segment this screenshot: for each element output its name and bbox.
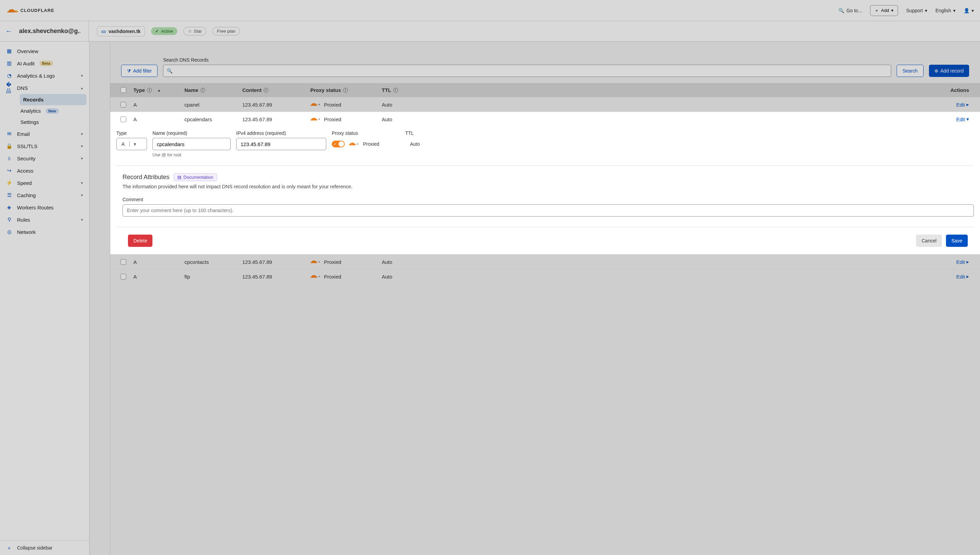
attrs-title: Record Attributes <box>123 174 169 181</box>
chevron-down-icon: ▾ <box>925 8 927 13</box>
sidebar-item-ssl[interactable]: 🔒SSL/TLS▾ <box>0 140 89 152</box>
search-input[interactable] <box>175 68 887 74</box>
search-label: Search DNS Records <box>163 57 891 63</box>
cell-content: 123.45.67.89 <box>242 116 310 122</box>
add-button[interactable]: ＋ Add ▾ <box>870 5 898 16</box>
sidebar-item-ai-audit[interactable]: ▥AI AuditBeta <box>0 57 89 69</box>
calendar-icon: ▥ <box>6 60 12 66</box>
chevron-down-icon: ▾ <box>129 141 140 147</box>
plan-chip[interactable]: Free plan <box>212 27 240 35</box>
name-label: Name (required) <box>152 130 231 136</box>
sidebar-item-security[interactable]: ◊Security▾ <box>0 152 89 164</box>
cell-name: cpanel <box>184 102 242 107</box>
comment-input[interactable] <box>123 204 974 217</box>
plus-icon: ＋ <box>874 8 879 14</box>
workers-icon: ◈ <box>6 204 12 210</box>
th-type[interactable]: Typei▲ <box>133 87 184 93</box>
cell-proxy: Proxied <box>310 274 382 279</box>
edit-link[interactable]: Edit▸ <box>429 259 969 265</box>
main-content: ⧩ Add filter Search DNS Records 🔍 Search… <box>90 42 980 555</box>
star-icon: ☆ <box>188 29 192 34</box>
name-input[interactable] <box>152 138 231 150</box>
search-input-wrap[interactable]: 🔍 <box>163 65 891 77</box>
status-badge: Active <box>151 27 177 35</box>
delete-button[interactable]: Delete <box>128 234 152 247</box>
cell-ttl: Auto <box>382 259 429 265</box>
row-checkbox[interactable] <box>120 259 126 265</box>
new-badge: New <box>46 108 59 114</box>
add-record-button[interactable]: ⊕ Add record <box>929 65 969 77</box>
th-ttl[interactable]: TTLi <box>382 87 429 93</box>
cell-ttl: Auto <box>382 116 429 122</box>
sidebar-item-rules[interactable]: ⚲Rules▾ <box>0 213 89 226</box>
chevron-down-icon: ▾ <box>81 181 83 185</box>
documentation-link[interactable]: ▤ Documentation <box>174 173 217 181</box>
ip-input[interactable] <box>236 138 326 150</box>
search-button[interactable]: Search <box>897 65 923 77</box>
user-icon: 👤 <box>964 8 969 13</box>
overview-icon: ▦ <box>6 48 12 54</box>
cloudflare-logo-icon <box>6 6 18 14</box>
back-arrow-icon[interactable]: ← <box>5 27 13 35</box>
save-button[interactable]: Save <box>946 234 968 247</box>
domain-chip[interactable]: ▭ vashdomen.tk <box>97 26 145 37</box>
plus-circle-icon: ⊕ <box>934 68 938 74</box>
shield-icon: ◊ <box>6 155 12 161</box>
add-filter-button[interactable]: ⧩ Add filter <box>121 65 158 77</box>
sidebar-item-analytics[interactable]: ◔Analytics & Logs▾ <box>0 69 89 82</box>
edit-link[interactable]: Edit▸ <box>429 273 969 279</box>
cell-type: A <box>133 274 184 279</box>
row-checkbox[interactable] <box>120 102 126 107</box>
collapse-sidebar[interactable]: « Collapse sidebar <box>0 541 89 555</box>
table-header: Typei▲ Namei Contenti Proxy statusi TTLi… <box>110 83 980 97</box>
th-content[interactable]: Contenti <box>242 87 310 93</box>
chevron-right-icon: ▸ <box>966 259 969 265</box>
cloud-proxied-icon <box>310 102 321 107</box>
th-name[interactable]: Namei <box>184 87 242 93</box>
sidebar-item-dns-settings[interactable]: Settings <box>17 116 89 128</box>
sidebar-item-dns-analytics[interactable]: AnalyticsNew <box>17 105 89 116</box>
row-checkbox[interactable] <box>120 274 126 279</box>
ttl-label: TTL <box>405 130 425 136</box>
sidebar-item-email[interactable]: ✉Email▾ <box>0 128 89 140</box>
chevron-down-icon: ▾ <box>891 8 894 13</box>
beta-badge: Beta <box>40 61 53 66</box>
sidebar-item-speed[interactable]: ⚡Speed▾ <box>0 177 89 189</box>
sidebar-item-access[interactable]: ↪Access <box>0 164 89 177</box>
table-row: A cpanel 123.45.67.89 Proxied Auto Edit▸ <box>110 97 980 112</box>
type-select[interactable]: A ▾ <box>117 138 147 150</box>
logo-text: CLOUDFLARE <box>21 8 54 13</box>
chevron-down-icon: ▾ <box>972 8 974 13</box>
cancel-button[interactable]: Cancel <box>916 234 942 247</box>
account-email[interactable]: alex.shevchenko@g... <box>19 27 80 35</box>
cell-name: ftp <box>184 274 242 279</box>
user-menu[interactable]: 👤 ▾ <box>964 8 974 13</box>
language-menu[interactable]: English ▾ <box>935 8 956 13</box>
proxy-toggle[interactable] <box>332 141 345 148</box>
edit-link[interactable]: Edit▸ <box>429 101 969 107</box>
sidebar-item-overview[interactable]: ▦Overview <box>0 45 89 57</box>
checkbox-all[interactable] <box>120 87 126 93</box>
logo[interactable]: CLOUDFLARE <box>6 6 54 14</box>
th-proxy[interactable]: Proxy statusi <box>310 87 382 93</box>
proxy-label: Proxy status <box>332 130 400 136</box>
star-button[interactable]: ☆ Star <box>184 27 206 35</box>
sidebar-item-workers[interactable]: ◈Workers Routes <box>0 201 89 213</box>
cloud-proxied-icon <box>310 274 321 279</box>
edit-link-open[interactable]: Edit▾ <box>429 116 969 122</box>
sidebar-item-dns[interactable]: �品DNS▴ <box>0 82 89 94</box>
info-icon: i <box>393 88 398 93</box>
sidebar-item-caching[interactable]: ☰Caching▾ <box>0 189 89 201</box>
chevron-right-icon: ▸ <box>966 101 969 107</box>
rules-icon: ⚲ <box>6 217 12 223</box>
support-menu[interactable]: Support ▾ <box>906 8 927 13</box>
table-row-expanded: A cpcalendars 123.45.67.89 Proxied Auto … <box>110 112 980 126</box>
sidebar-item-network[interactable]: ◎Network <box>0 226 89 238</box>
info-icon: i <box>264 88 269 93</box>
sidebar-item-records[interactable]: Records <box>20 94 86 105</box>
website-icon: ▭ <box>101 29 106 34</box>
goto-button[interactable]: 🔍 Go to... <box>838 8 862 13</box>
cell-content: 123.45.67.89 <box>242 102 310 107</box>
row-checkbox[interactable] <box>120 116 126 122</box>
cell-proxy: Proxied <box>310 102 382 107</box>
